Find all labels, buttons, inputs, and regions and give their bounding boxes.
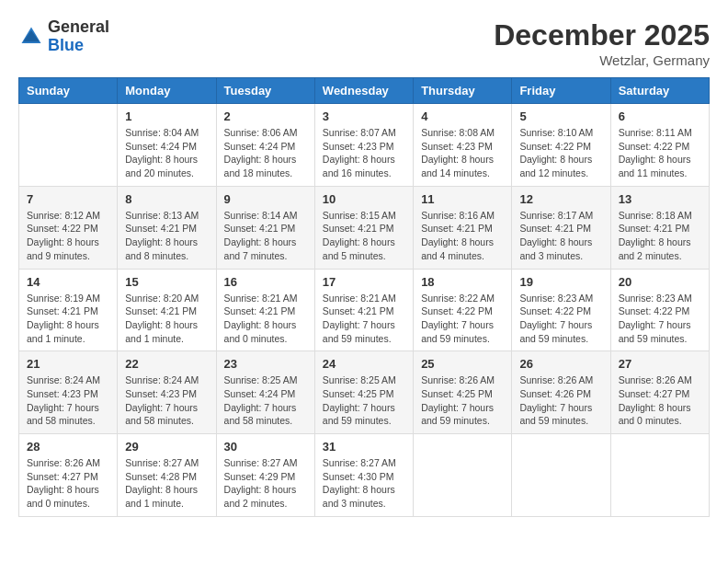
calendar-week-row: 21Sunrise: 8:24 AM Sunset: 4:23 PM Dayli… xyxy=(19,351,710,434)
calendar-day-cell xyxy=(414,434,512,517)
day-number: 24 xyxy=(323,357,405,371)
calendar-week-row: 7Sunrise: 8:12 AM Sunset: 4:22 PM Daylig… xyxy=(19,186,710,269)
day-number: 26 xyxy=(519,357,602,371)
day-info: Sunrise: 8:25 AM Sunset: 4:25 PM Dayligh… xyxy=(323,373,405,428)
day-number: 22 xyxy=(125,357,208,371)
calendar-week-row: 28Sunrise: 8:26 AM Sunset: 4:27 PM Dayli… xyxy=(19,434,710,517)
day-number: 3 xyxy=(323,109,405,123)
calendar-day-cell: 28Sunrise: 8:26 AM Sunset: 4:27 PM Dayli… xyxy=(19,434,118,517)
day-number: 25 xyxy=(421,357,504,371)
calendar-day-cell: 30Sunrise: 8:27 AM Sunset: 4:29 PM Dayli… xyxy=(216,434,314,517)
calendar-day-cell: 14Sunrise: 8:19 AM Sunset: 4:21 PM Dayli… xyxy=(19,269,118,351)
logo-blue-text: Blue xyxy=(48,36,84,54)
weekday-header: Sunday xyxy=(19,78,118,104)
day-number: 21 xyxy=(27,357,109,371)
day-number: 9 xyxy=(224,192,307,206)
calendar-week-row: 14Sunrise: 8:19 AM Sunset: 4:21 PM Dayli… xyxy=(19,269,710,351)
day-info: Sunrise: 8:13 AM Sunset: 4:21 PM Dayligh… xyxy=(125,209,208,263)
day-info: Sunrise: 8:12 AM Sunset: 4:22 PM Dayligh… xyxy=(27,209,109,263)
calendar-day-cell xyxy=(512,434,610,517)
calendar-day-cell: 15Sunrise: 8:20 AM Sunset: 4:21 PM Dayli… xyxy=(118,269,216,351)
day-info: Sunrise: 8:25 AM Sunset: 4:24 PM Dayligh… xyxy=(224,373,307,428)
day-number: 2 xyxy=(224,109,307,123)
day-number: 13 xyxy=(619,192,701,206)
day-info: Sunrise: 8:24 AM Sunset: 4:23 PM Dayligh… xyxy=(27,373,109,428)
day-info: Sunrise: 8:27 AM Sunset: 4:28 PM Dayligh… xyxy=(125,456,208,511)
day-info: Sunrise: 8:21 AM Sunset: 4:21 PM Dayligh… xyxy=(323,292,405,346)
calendar-day-cell: 24Sunrise: 8:25 AM Sunset: 4:25 PM Dayli… xyxy=(314,351,413,434)
day-number: 18 xyxy=(421,275,504,289)
day-number: 10 xyxy=(323,192,405,206)
calendar-day-cell: 5Sunrise: 8:10 AM Sunset: 4:22 PM Daylig… xyxy=(512,104,610,187)
weekday-header: Wednesday xyxy=(314,78,413,104)
day-info: Sunrise: 8:23 AM Sunset: 4:22 PM Dayligh… xyxy=(519,292,602,346)
day-info: Sunrise: 8:04 AM Sunset: 4:24 PM Dayligh… xyxy=(125,126,208,180)
day-info: Sunrise: 8:07 AM Sunset: 4:23 PM Dayligh… xyxy=(323,126,405,180)
calendar-day-cell: 1Sunrise: 8:04 AM Sunset: 4:24 PM Daylig… xyxy=(118,104,216,187)
calendar-day-cell: 21Sunrise: 8:24 AM Sunset: 4:23 PM Dayli… xyxy=(19,351,118,434)
day-info: Sunrise: 8:17 AM Sunset: 4:21 PM Dayligh… xyxy=(519,209,602,263)
day-info: Sunrise: 8:06 AM Sunset: 4:24 PM Dayligh… xyxy=(224,126,307,180)
day-info: Sunrise: 8:27 AM Sunset: 4:29 PM Dayligh… xyxy=(224,456,307,511)
day-number: 29 xyxy=(125,440,208,454)
svg-marker-1 xyxy=(23,30,40,41)
day-info: Sunrise: 8:19 AM Sunset: 4:21 PM Dayligh… xyxy=(27,292,109,346)
day-number: 8 xyxy=(125,192,208,206)
calendar-table: SundayMondayTuesdayWednesdayThursdayFrid… xyxy=(18,77,710,517)
day-info: Sunrise: 8:21 AM Sunset: 4:21 PM Dayligh… xyxy=(224,292,307,346)
calendar-day-cell: 26Sunrise: 8:26 AM Sunset: 4:26 PM Dayli… xyxy=(512,351,610,434)
day-info: Sunrise: 8:26 AM Sunset: 4:25 PM Dayligh… xyxy=(421,373,504,428)
logo-general-text: General xyxy=(48,17,109,36)
day-number: 11 xyxy=(421,192,504,206)
weekday-header: Monday xyxy=(118,78,216,104)
calendar-day-cell: 4Sunrise: 8:08 AM Sunset: 4:23 PM Daylig… xyxy=(414,104,512,187)
calendar-header-row: SundayMondayTuesdayWednesdayThursdayFrid… xyxy=(19,78,710,104)
day-info: Sunrise: 8:14 AM Sunset: 4:21 PM Dayligh… xyxy=(224,209,307,263)
day-number: 15 xyxy=(125,275,208,289)
day-info: Sunrise: 8:18 AM Sunset: 4:21 PM Dayligh… xyxy=(619,209,701,263)
day-number: 7 xyxy=(27,192,109,206)
day-info: Sunrise: 8:26 AM Sunset: 4:27 PM Dayligh… xyxy=(619,373,701,428)
day-info: Sunrise: 8:23 AM Sunset: 4:22 PM Dayligh… xyxy=(619,292,701,346)
day-info: Sunrise: 8:16 AM Sunset: 4:21 PM Dayligh… xyxy=(421,209,504,263)
day-number: 1 xyxy=(125,109,208,123)
weekday-header: Thursday xyxy=(414,78,512,104)
calendar-day-cell: 11Sunrise: 8:16 AM Sunset: 4:21 PM Dayli… xyxy=(414,186,512,269)
day-info: Sunrise: 8:15 AM Sunset: 4:21 PM Dayligh… xyxy=(323,209,405,263)
calendar-day-cell: 29Sunrise: 8:27 AM Sunset: 4:28 PM Dayli… xyxy=(118,434,216,517)
weekday-header: Tuesday xyxy=(216,78,314,104)
day-info: Sunrise: 8:27 AM Sunset: 4:30 PM Dayligh… xyxy=(323,456,405,511)
day-number: 28 xyxy=(27,440,109,454)
calendar-day-cell: 10Sunrise: 8:15 AM Sunset: 4:21 PM Dayli… xyxy=(314,186,413,269)
day-info: Sunrise: 8:26 AM Sunset: 4:26 PM Dayligh… xyxy=(519,373,602,428)
calendar-day-cell: 27Sunrise: 8:26 AM Sunset: 4:27 PM Dayli… xyxy=(610,351,709,434)
month-title: December 2025 xyxy=(494,18,710,52)
calendar-day-cell: 16Sunrise: 8:21 AM Sunset: 4:21 PM Dayli… xyxy=(216,269,314,351)
day-info: Sunrise: 8:10 AM Sunset: 4:22 PM Dayligh… xyxy=(519,126,602,180)
weekday-header: Saturday xyxy=(610,78,709,104)
calendar-day-cell: 23Sunrise: 8:25 AM Sunset: 4:24 PM Dayli… xyxy=(216,351,314,434)
day-number: 23 xyxy=(224,357,307,371)
day-info: Sunrise: 8:11 AM Sunset: 4:22 PM Dayligh… xyxy=(619,126,701,180)
calendar-day-cell: 2Sunrise: 8:06 AM Sunset: 4:24 PM Daylig… xyxy=(216,104,314,187)
day-info: Sunrise: 8:22 AM Sunset: 4:22 PM Dayligh… xyxy=(421,292,504,346)
location-text: Wetzlar, Germany xyxy=(494,52,710,68)
logo-icon xyxy=(18,24,44,50)
calendar-day-cell: 6Sunrise: 8:11 AM Sunset: 4:22 PM Daylig… xyxy=(610,104,709,187)
calendar-day-cell: 3Sunrise: 8:07 AM Sunset: 4:23 PM Daylig… xyxy=(314,104,413,187)
page-header: General Blue December 2025 Wetzlar, Germ… xyxy=(18,18,710,68)
title-section: December 2025 Wetzlar, Germany xyxy=(494,18,710,68)
calendar-week-row: 1Sunrise: 8:04 AM Sunset: 4:24 PM Daylig… xyxy=(19,104,710,187)
calendar-day-cell xyxy=(19,104,118,187)
calendar-day-cell: 31Sunrise: 8:27 AM Sunset: 4:30 PM Dayli… xyxy=(314,434,413,517)
calendar-day-cell: 20Sunrise: 8:23 AM Sunset: 4:22 PM Dayli… xyxy=(610,269,709,351)
day-number: 12 xyxy=(519,192,602,206)
calendar-day-cell xyxy=(610,434,709,517)
calendar-day-cell: 18Sunrise: 8:22 AM Sunset: 4:22 PM Dayli… xyxy=(414,269,512,351)
calendar-day-cell: 7Sunrise: 8:12 AM Sunset: 4:22 PM Daylig… xyxy=(19,186,118,269)
calendar-day-cell: 25Sunrise: 8:26 AM Sunset: 4:25 PM Dayli… xyxy=(414,351,512,434)
calendar-day-cell: 12Sunrise: 8:17 AM Sunset: 4:21 PM Dayli… xyxy=(512,186,610,269)
day-number: 19 xyxy=(519,275,602,289)
day-number: 5 xyxy=(519,109,602,123)
day-number: 16 xyxy=(224,275,307,289)
